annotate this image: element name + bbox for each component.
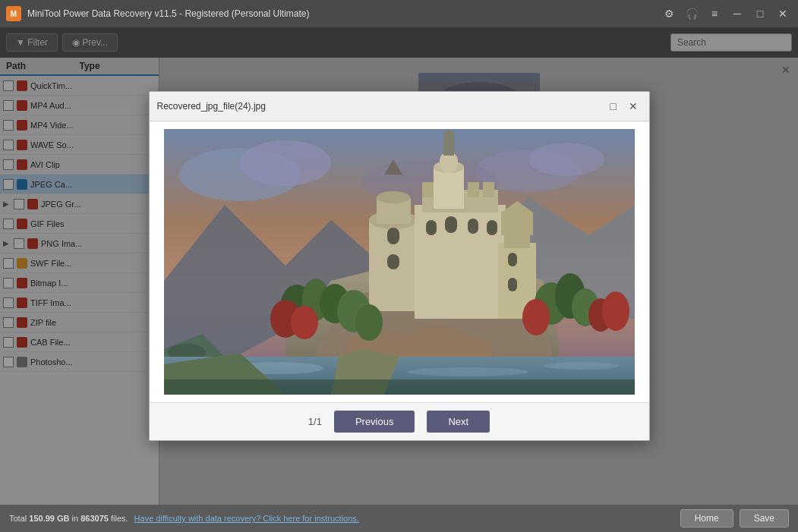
page-indicator: 1/1: [308, 416, 322, 427]
svg-rect-32: [422, 182, 434, 197]
modal-footer: 1/1 Previous Next: [150, 402, 649, 440]
svg-rect-35: [468, 182, 479, 197]
menu-btn[interactable]: ≡: [705, 5, 724, 23]
home-button[interactable]: Home: [680, 509, 733, 527]
status-buttons: Home Save: [680, 509, 789, 527]
svg-point-61: [355, 304, 383, 341]
svg-point-14: [240, 140, 331, 186]
svg-point-26: [377, 191, 410, 203]
svg-rect-42: [445, 216, 457, 233]
maximize-btn[interactable]: □: [751, 5, 769, 23]
minimize-btn[interactable]: ─: [728, 5, 746, 23]
svg-rect-43: [468, 219, 478, 234]
svg-point-16: [528, 143, 604, 176]
settings-icon-btn[interactable]: ⚙: [660, 5, 678, 23]
svg-rect-36: [483, 182, 494, 197]
window-controls: ⚙ 🎧 ≡ ─ □ ✕: [660, 5, 792, 23]
headphone-btn[interactable]: 🎧: [683, 5, 701, 23]
svg-point-60: [602, 291, 629, 331]
preview-modal: Recovered_jpg_file(24).jpg □ ✕: [149, 91, 650, 441]
modal-controls: □ ✕: [605, 98, 642, 115]
app-title: MiniTool Power Data Recovery v11.5 - Reg…: [27, 8, 654, 19]
status-bar: Total 150.99 GB in 863075 files. Have di…: [0, 505, 798, 532]
modal-title: Recovered_jpg_file(24).jpg: [157, 101, 266, 112]
svg-rect-49: [508, 278, 517, 291]
app-logo: M: [6, 6, 21, 21]
modal-titlebar: Recovered_jpg_file(24).jpg □ ✕: [150, 92, 649, 121]
svg-point-62: [522, 299, 550, 335]
status-text: Total 150.99 GB in 863075 files.: [9, 514, 128, 523]
svg-rect-41: [426, 220, 437, 235]
modal-close-btn[interactable]: ✕: [625, 98, 642, 115]
svg-rect-44: [487, 220, 497, 235]
help-link[interactable]: Have difficulty with data recovery? Clic…: [134, 514, 359, 523]
modal-image-area: [150, 121, 649, 402]
save-button[interactable]: Save: [740, 509, 789, 527]
modal-maximize-btn[interactable]: □: [605, 98, 622, 115]
modal-overlay: Recovered_jpg_file(24).jpg □ ✕: [0, 27, 798, 505]
svg-rect-29: [387, 254, 399, 269]
svg-point-68: [544, 362, 620, 370]
svg-marker-71: [164, 379, 635, 395]
svg-rect-37: [434, 167, 464, 209]
title-bar: M MiniTool Power Data Recovery v11.5 - R…: [0, 0, 798, 27]
previous-button[interactable]: Previous: [334, 411, 415, 433]
next-button[interactable]: Next: [427, 411, 490, 433]
svg-point-67: [407, 367, 528, 376]
svg-point-55: [291, 306, 318, 339]
svg-rect-48: [508, 253, 517, 266]
svg-marker-40: [443, 129, 454, 156]
castle-image: [164, 129, 635, 395]
close-btn[interactable]: ✕: [774, 5, 792, 23]
svg-rect-28: [387, 228, 399, 244]
